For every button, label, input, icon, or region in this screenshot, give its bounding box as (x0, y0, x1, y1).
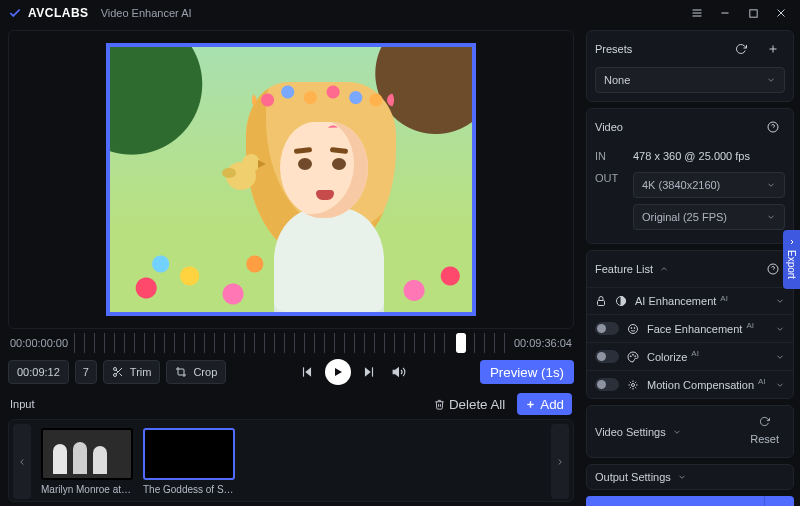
window-minimize-button[interactable] (714, 2, 736, 24)
output-settings-header[interactable]: Output Settings (587, 465, 793, 489)
feature-toggle[interactable] (595, 350, 619, 363)
video-in-label: IN (595, 150, 625, 162)
feature-toggle[interactable] (595, 322, 619, 335)
video-panel: Video IN 478 x 360 @ 25.000 fps OUT 4K (… (586, 108, 794, 244)
feature-list-panel: Feature List AI EnhancementAI Face Enhan… (586, 250, 794, 399)
feature-help-button[interactable] (761, 257, 785, 281)
presets-add-button[interactable] (761, 37, 785, 61)
timeline-playhead[interactable] (456, 333, 466, 353)
chevron-down-icon[interactable] (775, 324, 785, 334)
chevron-down-icon (766, 212, 776, 222)
svg-point-29 (631, 327, 632, 328)
chevron-right-icon (555, 457, 565, 467)
play-button[interactable] (325, 359, 351, 385)
input-section-title: Input (10, 398, 34, 410)
close-icon (775, 7, 787, 19)
window-close-button[interactable] (770, 2, 792, 24)
chevron-down-icon (677, 472, 687, 482)
feature-toggle[interactable] (595, 378, 619, 391)
clip-item[interactable]: The Goddess of Sprin... (143, 428, 235, 495)
feature-label: Motion Compensation (647, 379, 754, 391)
chevron-down-icon (766, 75, 776, 85)
svg-rect-4 (749, 9, 756, 16)
reset-button[interactable]: Reset (750, 433, 779, 445)
svg-marker-15 (365, 367, 371, 376)
lock-icon (595, 295, 607, 307)
resolution-select[interactable]: 4K (3840x2160) (633, 172, 785, 198)
video-settings-panel: Video Settings Reset (586, 405, 794, 458)
fps-select[interactable]: Original (25 FPS) (633, 204, 785, 230)
preset-select[interactable]: None (595, 67, 785, 93)
video-preview-area[interactable] (8, 30, 574, 329)
window-maximize-button[interactable] (742, 2, 764, 24)
chevron-down-icon (766, 180, 776, 190)
video-out-label: OUT (595, 172, 625, 184)
add-clip-button[interactable]: Add (517, 393, 572, 415)
chevron-down-icon[interactable] (775, 296, 785, 306)
svg-marker-17 (393, 368, 398, 376)
refresh-icon (735, 43, 747, 55)
hamburger-menu-button[interactable] (686, 2, 708, 24)
start-processing-expand[interactable] (764, 496, 794, 506)
feature-label: Colorize (647, 351, 687, 363)
crop-button[interactable]: Crop (166, 360, 226, 384)
svg-line-11 (116, 370, 118, 372)
next-frame-button[interactable] (357, 360, 381, 384)
svg-point-32 (633, 354, 634, 355)
palette-icon (627, 351, 639, 363)
trim-button[interactable]: Trim (103, 360, 161, 384)
feature-colorize: ColorizeAI (587, 342, 793, 370)
svg-point-34 (632, 383, 635, 386)
svg-point-7 (113, 368, 116, 371)
clip-item[interactable]: Marilyn Monroe atten... (41, 428, 133, 495)
svg-point-30 (634, 327, 635, 328)
tray-next-button[interactable] (551, 424, 569, 499)
chevron-right-icon (788, 238, 796, 246)
feature-face-enhancement: Face EnhancementAI (587, 314, 793, 342)
video-settings-header[interactable]: Video Settings Reset (587, 406, 793, 457)
delete-all-button[interactable]: Delete All (428, 393, 511, 415)
feature-list-title: Feature List (595, 263, 653, 275)
presets-panel: Presets None (586, 30, 794, 102)
svg-rect-13 (303, 367, 304, 376)
trash-icon (434, 399, 445, 410)
plus-icon (767, 43, 779, 55)
app-logo: AVCLABS (8, 6, 89, 20)
refresh-icon (759, 416, 770, 427)
svg-point-8 (113, 374, 116, 377)
clip-tray: Marilyn Monroe atten... The Goddess of S… (8, 419, 574, 502)
export-tab[interactable]: Export (783, 230, 800, 289)
minimize-icon (719, 7, 731, 19)
clip-caption: The Goddess of Sprin... (143, 484, 235, 495)
video-help-button[interactable] (761, 115, 785, 139)
svg-marker-12 (305, 367, 311, 376)
prev-frame-button[interactable] (295, 360, 319, 384)
maximize-icon (748, 8, 759, 19)
preview-button[interactable]: Preview (1s) (480, 360, 574, 384)
presets-refresh-button[interactable] (729, 37, 753, 61)
volume-button[interactable] (387, 360, 411, 384)
help-icon (767, 121, 779, 133)
title-bar: AVCLABS Video Enhancer AI (0, 0, 800, 26)
start-processing-button[interactable]: Start Processing (586, 496, 764, 506)
svg-rect-26 (598, 301, 605, 306)
skip-back-icon (300, 365, 314, 379)
current-time-chip[interactable]: 00:09:12 (8, 360, 69, 384)
timeline-end: 00:09:36:04 (514, 337, 572, 349)
chevron-up-icon[interactable] (659, 264, 669, 274)
video-title: Video (595, 121, 623, 133)
tray-prev-button[interactable] (13, 424, 31, 499)
clip-thumbnail[interactable] (143, 428, 235, 480)
clip-caption: Marilyn Monroe atten... (41, 484, 133, 495)
feature-label: Face Enhancement (647, 323, 742, 335)
chevron-down-icon[interactable] (775, 352, 785, 362)
rate-chip[interactable]: 7 (75, 360, 97, 384)
hamburger-icon (691, 7, 703, 19)
timeline: 00:00:00:00 00:09:36:04 (8, 329, 574, 357)
chevron-down-icon[interactable] (775, 380, 785, 390)
svg-marker-14 (335, 368, 342, 376)
brand-mark-icon (8, 6, 22, 20)
clip-thumbnail[interactable] (41, 428, 133, 480)
timeline-track[interactable] (74, 333, 508, 353)
feature-motion-compensation: Motion CompensationAI (587, 370, 793, 398)
